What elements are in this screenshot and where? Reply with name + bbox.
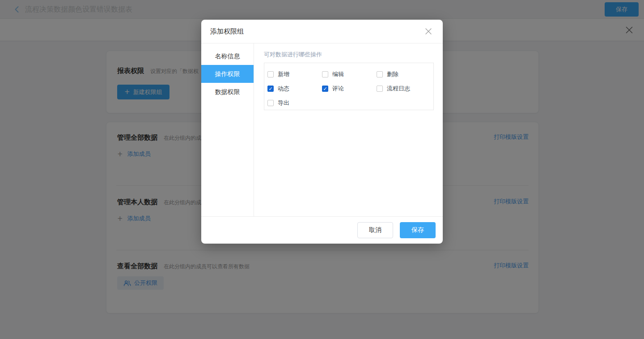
checkbox-label: 动态 [278,85,289,93]
dialog-title: 添加权限组 [210,20,244,43]
dialog-sidebar: 名称信息 操作权限 数据权限 [201,43,254,216]
operation-item[interactable]: 删除 [377,67,431,82]
operation-item[interactable]: 流程日志 [377,82,431,96]
checkbox[interactable] [377,86,383,92]
operation-item[interactable]: 编辑 [322,67,377,82]
checkbox-label: 新增 [278,70,289,78]
checkbox[interactable] [377,71,383,77]
checkbox-label: 评论 [332,85,344,93]
dialog-close-icon[interactable] [424,27,433,36]
checkbox[interactable] [322,86,328,92]
operation-item[interactable]: 导出 [267,96,322,110]
tab-name-info[interactable]: 名称信息 [201,47,254,65]
operation-item[interactable]: 动态 [267,82,322,96]
operations-section-title: 可对数据进行哪些操作 [264,51,443,59]
cancel-button[interactable]: 取消 [357,222,393,238]
add-permission-group-dialog: 添加权限组 名称信息 操作权限 数据权限 可对数据进行哪些操作 新增 编辑 [201,20,443,244]
checkbox[interactable] [267,100,274,106]
checkbox-label: 编辑 [332,70,344,78]
save-button[interactable]: 保存 [400,222,436,238]
checkbox[interactable] [267,71,274,77]
checkbox[interactable] [267,86,274,92]
operations-checkbox-group: 新增 编辑 删除 动态 评论 [264,63,434,110]
dialog-header: 添加权限组 [201,20,443,43]
checkbox-label: 删除 [387,70,398,78]
dialog-content: 可对数据进行哪些操作 新增 编辑 删除 动态 [254,43,443,216]
tab-data-permission[interactable]: 数据权限 [201,83,254,101]
operation-item[interactable]: 新增 [267,67,322,82]
tab-operation-permission[interactable]: 操作权限 [201,65,254,83]
dialog-body: 名称信息 操作权限 数据权限 可对数据进行哪些操作 新增 编辑 删除 [201,43,443,216]
dialog-footer: 取消 保存 [201,216,443,244]
checkbox-label: 流程日志 [387,85,410,93]
checkbox-label: 导出 [278,99,289,107]
operation-item[interactable]: 评论 [322,82,377,96]
checkbox[interactable] [322,71,328,77]
